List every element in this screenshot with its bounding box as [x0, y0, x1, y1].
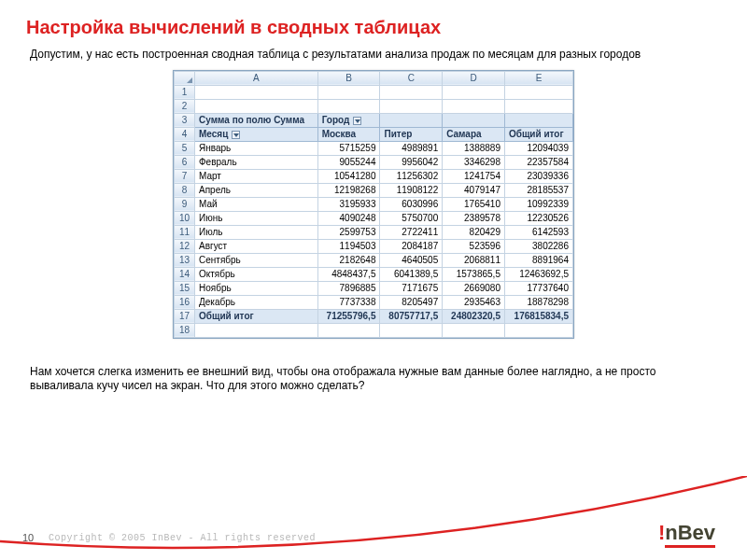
value-cell: 22357584 — [504, 155, 572, 169]
value-cell: 1194503 — [317, 239, 380, 253]
grand-total-cell: 24802320,5 — [443, 309, 505, 323]
month-cell: Июль — [195, 225, 318, 239]
value-cell: 12198268 — [317, 183, 380, 197]
value-cell: 7171675 — [380, 281, 443, 295]
value-cell: 3346298 — [443, 155, 505, 169]
month-cell: Октябрь — [195, 267, 318, 281]
value-cell: 12094039 — [504, 141, 572, 155]
value-cell: 6030996 — [380, 197, 443, 211]
value-cell: 28185537 — [504, 183, 572, 197]
month-cell: Ноябрь — [195, 281, 318, 295]
row-header[interactable]: 1 — [175, 85, 195, 99]
value-cell: 2068811 — [443, 253, 505, 267]
grand-total-cell: 80757717,5 — [380, 309, 443, 323]
month-cell: Апрель — [195, 183, 318, 197]
city-header: Самара — [443, 127, 505, 141]
value-cell: 1241754 — [443, 169, 505, 183]
value-cell: 820429 — [443, 225, 505, 239]
city-header: Москва — [317, 127, 380, 141]
row-header[interactable]: 9 — [175, 197, 195, 211]
value-cell: 12230526 — [504, 211, 572, 225]
value-cell: 2935463 — [443, 295, 505, 309]
pivot-values-label: Сумма по полю Сумма — [195, 113, 318, 127]
row-header[interactable]: 15 — [175, 281, 195, 295]
col-header-b[interactable]: B — [317, 71, 380, 85]
value-cell: 9055244 — [317, 155, 380, 169]
dropdown-icon[interactable] — [232, 131, 240, 139]
value-cell: 10992339 — [504, 197, 572, 211]
value-cell: 8891964 — [504, 253, 572, 267]
row-header[interactable]: 5 — [175, 141, 195, 155]
city-header: Общий итог — [504, 127, 572, 141]
month-cell: Август — [195, 239, 318, 253]
page-number: 10 — [22, 532, 34, 543]
value-cell: 6041389,5 — [380, 267, 443, 281]
month-cell: Сентябрь — [195, 253, 318, 267]
value-cell: 2389578 — [443, 211, 505, 225]
col-header-c[interactable]: C — [380, 71, 443, 85]
value-cell: 1388889 — [443, 141, 505, 155]
value-cell: 12463692,5 — [504, 267, 572, 281]
outro-text: Нам хочется слегка изменить ее внешний в… — [30, 365, 717, 394]
value-cell: 2599753 — [317, 225, 380, 239]
copyright: Copyright © 2005 InBev - All rights rese… — [49, 533, 316, 543]
value-cell: 5750700 — [380, 211, 443, 225]
inbev-logo: !nBev — [658, 521, 715, 545]
row-header[interactable]: 8 — [175, 183, 195, 197]
row-header[interactable]: 17 — [175, 309, 195, 323]
value-cell: 1573865,5 — [443, 267, 505, 281]
value-cell: 9956042 — [380, 155, 443, 169]
value-cell: 3802286 — [504, 239, 572, 253]
footer: 10 Copyright © 2005 InBev - All rights r… — [0, 508, 747, 560]
value-cell: 8205497 — [380, 295, 443, 309]
grand-total-label: Общий итог — [195, 309, 318, 323]
value-cell: 1765410 — [443, 197, 505, 211]
month-cell: Июнь — [195, 211, 318, 225]
row-header[interactable]: 4 — [175, 127, 195, 141]
row-header[interactable]: 12 — [175, 239, 195, 253]
value-cell: 4848437,5 — [317, 267, 380, 281]
intro-text: Допустим, у нас есть построенная сводная… — [30, 48, 717, 63]
grand-total-cell: 71255796,5 — [317, 309, 380, 323]
row-header[interactable]: 11 — [175, 225, 195, 239]
row-header[interactable]: 3 — [175, 113, 195, 127]
row-header[interactable]: 13 — [175, 253, 195, 267]
value-cell: 2182648 — [317, 253, 380, 267]
pivot-column-field[interactable]: Город — [317, 113, 380, 127]
value-cell: 4640505 — [380, 253, 443, 267]
select-all-corner[interactable] — [175, 71, 195, 85]
value-cell: 11256302 — [380, 169, 443, 183]
month-cell: Декабрь — [195, 295, 318, 309]
col-header-e[interactable]: E — [504, 71, 572, 85]
value-cell: 7737338 — [317, 295, 380, 309]
value-cell: 23039336 — [504, 169, 572, 183]
row-header[interactable]: 7 — [175, 169, 195, 183]
value-cell: 4090248 — [317, 211, 380, 225]
spreadsheet: A B C D E 1 2 3 Сумма по полю Сумма Горо… — [173, 70, 574, 339]
value-cell: 4989891 — [380, 141, 443, 155]
row-header[interactable]: 14 — [175, 267, 195, 281]
value-cell: 18878298 — [504, 295, 572, 309]
month-cell: Март — [195, 169, 318, 183]
month-cell: Февраль — [195, 155, 318, 169]
row-header[interactable]: 2 — [175, 99, 195, 113]
value-cell: 523596 — [443, 239, 505, 253]
value-cell: 10541280 — [317, 169, 380, 183]
col-header-d[interactable]: D — [443, 71, 505, 85]
value-cell: 7896885 — [317, 281, 380, 295]
row-header[interactable]: 6 — [175, 155, 195, 169]
pivot-row-field[interactable]: Месяц — [195, 127, 318, 141]
value-cell: 2084187 — [380, 239, 443, 253]
value-cell: 4079147 — [443, 183, 505, 197]
value-cell: 2722411 — [380, 225, 443, 239]
dropdown-icon[interactable] — [353, 117, 361, 125]
value-cell: 11908122 — [380, 183, 443, 197]
value-cell: 3195933 — [317, 197, 380, 211]
month-cell: Январь — [195, 141, 318, 155]
row-header[interactable]: 10 — [175, 211, 195, 225]
row-header[interactable]: 16 — [175, 295, 195, 309]
value-cell: 17737640 — [504, 281, 572, 295]
grand-total-cell: 176815834,5 — [504, 309, 572, 323]
col-header-a[interactable]: A — [195, 71, 318, 85]
row-header[interactable]: 18 — [175, 323, 195, 337]
